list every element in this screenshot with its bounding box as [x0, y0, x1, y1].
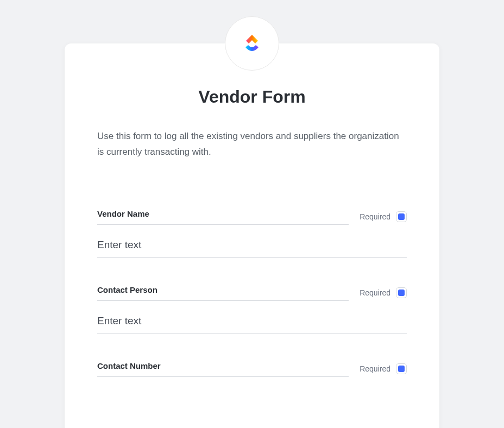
clickup-logo-icon — [238, 30, 266, 57]
field-label: Contact Number — [97, 361, 161, 370]
required-toggle: Required — [360, 287, 407, 298]
field-label-wrap[interactable]: Vendor Name — [97, 209, 349, 225]
field-label: Vendor Name — [97, 209, 149, 218]
required-label: Required — [360, 364, 390, 373]
logo-badge — [225, 16, 279, 71]
checkbox-checked-icon — [398, 213, 405, 220]
field-label-wrap[interactable]: Contact Person — [97, 285, 349, 301]
required-checkbox[interactable] — [396, 287, 407, 298]
field-label: Contact Person — [97, 285, 158, 294]
form-card: Vendor Form Use this form to log all the… — [65, 43, 439, 428]
field-header: Contact Number Required — [97, 361, 407, 377]
required-label: Required — [360, 212, 390, 221]
field-vendor-name: Vendor Name Required — [97, 182, 407, 258]
checkbox-checked-icon — [398, 366, 405, 372]
field-input-wrap — [97, 305, 407, 334]
required-toggle: Required — [360, 211, 407, 222]
contact-person-input[interactable] — [97, 315, 407, 327]
field-contact-person: Contact Person Required — [97, 258, 407, 334]
required-checkbox[interactable] — [396, 363, 407, 374]
field-input-wrap — [97, 229, 407, 258]
field-header: Contact Person Required — [97, 285, 407, 301]
required-checkbox[interactable] — [396, 211, 407, 222]
field-contact-number: Contact Number Required — [97, 334, 407, 377]
field-label-wrap[interactable]: Contact Number — [97, 361, 349, 377]
field-header: Vendor Name Required — [97, 209, 407, 225]
vendor-name-input[interactable] — [97, 239, 407, 251]
checkbox-checked-icon — [398, 289, 405, 296]
form-description: Use this form to log all the existing ve… — [97, 129, 407, 182]
required-label: Required — [360, 288, 390, 297]
required-toggle: Required — [360, 363, 407, 374]
